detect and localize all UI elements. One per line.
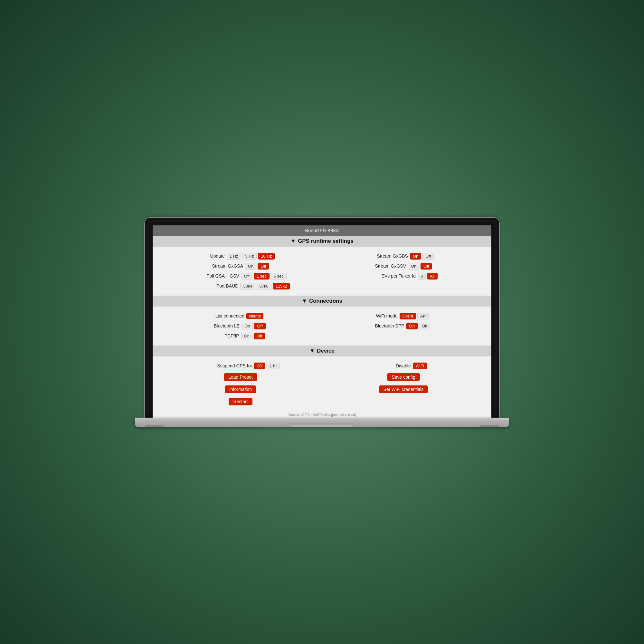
bluetooth-spp-label: Bluetooth SPP — [375, 323, 404, 328]
connections-section-content: List connected clients WiFi mode Client … — [153, 307, 491, 346]
tcp-group: TCP/IP On Off — [225, 333, 265, 339]
device-left-col-2: Information — [159, 385, 322, 394]
port-baud-label: Port BAUD — [216, 283, 238, 289]
stream-gxgsv-off-btn[interactable]: Off — [421, 263, 432, 270]
update-5hz-btn[interactable]: 5 Hz — [242, 253, 257, 260]
stream-gxgsv-label: Stream GxGSV — [375, 263, 406, 269]
gps-row-1: Update 1 Hz 5 Hz 10 Hz Stream GxGBS On O… — [159, 251, 485, 261]
connections-row-2: Bluetooth LE On Off Bluetooth SPP On Off — [159, 321, 485, 331]
device-section-header: ▼ Device — [153, 346, 491, 356]
update-group: Update 1 Hz 5 Hz 10 Hz — [210, 253, 275, 260]
svs-label: SVs per Talker Id — [382, 273, 416, 279]
version-bar: Version: v0.7.6-af9e509f-dirty [producti… — [153, 412, 491, 418]
poll-off-btn[interactable]: Off — [241, 273, 252, 279]
device-left-col-3: Restart — [159, 397, 322, 406]
disable-wifi-btn[interactable]: WiFi — [413, 363, 427, 369]
wifi-mode-client-btn[interactable]: Client — [400, 313, 416, 319]
suspend-1hr-btn[interactable]: 1 hr — [267, 363, 279, 369]
port-baud-38k4-btn[interactable]: 38k4 — [240, 283, 255, 289]
update-10hz-btn[interactable]: 10 Hz — [258, 253, 275, 260]
stream-gxgbs-off-btn[interactable]: Off — [422, 253, 434, 260]
connections-row-3: TCP/IP On Off placeholder — [159, 331, 485, 341]
laptop-base — [135, 418, 509, 427]
information-btn[interactable]: Information — [225, 385, 256, 393]
poll-1sec-btn[interactable]: 1 sec — [254, 273, 270, 279]
bluetooth-le-label: Bluetooth LE — [214, 323, 240, 328]
clients-btn[interactable]: clients — [246, 313, 263, 319]
tcp-label: TCP/IP — [225, 333, 239, 338]
disable-wifi-label: Disable — [396, 363, 411, 368]
svs-8-btn[interactable]: 8 — [418, 273, 426, 279]
device-row-4: Restart — [159, 395, 485, 408]
laptop-feet — [135, 425, 509, 427]
gps-row-2: Stream GxGSA On Off Stream GxGSV On Off — [159, 261, 485, 271]
set-wifi-credentials-btn[interactable]: Set WiFi credentials — [379, 385, 428, 393]
tcp-off-btn[interactable]: Off — [254, 333, 265, 339]
bluetooth-le-group: Bluetooth LE On Off — [214, 323, 266, 329]
port-baud-115k2-btn[interactable]: 115k2 — [273, 283, 290, 289]
stream-gxgsv-on-btn[interactable]: On — [408, 263, 419, 270]
screen-content: BonoGPS-B88A ▼ GPS runtime settings Upda… — [153, 225, 491, 418]
suspend-30-btn[interactable]: 30' — [254, 363, 265, 369]
stream-gxgbs-on-btn[interactable]: On — [410, 253, 421, 260]
wifi-mode-label: WiFi mode — [376, 313, 398, 318]
bluetooth-le-off-btn[interactable]: Off — [254, 323, 265, 329]
gps-triangle: ▼ — [290, 238, 296, 244]
poll-group: Poll GSA + GSV Off 1 sec 5 sec — [206, 273, 287, 279]
gps-header-label: GPS runtime settings — [298, 238, 354, 244]
list-connected-label: List connected — [215, 313, 244, 318]
device-section-content: Suspend GPS for 30' 1 hr Disable WiFi Lo… — [153, 356, 491, 412]
laptop-screen-outer: BonoGPS-B88A ▼ GPS runtime settings Upda… — [145, 218, 499, 418]
connections-row-1: List connected clients WiFi mode Client … — [159, 311, 485, 321]
bluetooth-le-on-btn[interactable]: On — [241, 323, 253, 329]
restart-btn[interactable]: Restart — [229, 398, 252, 405]
device-triangle: ▼ — [309, 348, 315, 354]
gps-section-header: ▼ GPS runtime settings — [153, 236, 491, 247]
update-label: Update — [210, 253, 225, 259]
stream-gxgsv-group: Stream GxGSV On Off — [375, 263, 432, 270]
stream-gxgsa-off-btn[interactable]: Off — [258, 263, 269, 270]
app-title: BonoGPS-B88A — [305, 228, 339, 233]
stream-gxgsa-label: Stream GxGSA — [212, 263, 243, 269]
bluetooth-spp-off-btn[interactable]: Off — [419, 323, 430, 329]
save-config-btn[interactable]: Save config — [387, 373, 420, 381]
port-baud-57k6-btn[interactable]: 57k6 — [257, 283, 271, 289]
bluetooth-spp-group: Bluetooth SPP On Off — [375, 323, 431, 329]
load-preset-btn[interactable]: Load Preset — [224, 373, 257, 381]
device-row-3: Information Set WiFi credentials — [159, 383, 485, 395]
port-baud-group: Port BAUD 38k4 57k6 115k2 — [216, 283, 290, 289]
suspend-label: Suspend GPS for — [217, 363, 252, 368]
stream-gxgsa-group: Stream GxGSA On Off — [212, 263, 269, 270]
svs-group: SVs per Talker Id 8 All — [382, 273, 438, 279]
gps-row-4: Port BAUD 38k4 57k6 115k2 placeholder — [159, 281, 485, 291]
device-row-1: Suspend GPS for 30' 1 hr Disable WiFi — [159, 361, 485, 371]
laptop-foot-right — [480, 425, 499, 427]
screen-bezel: BonoGPS-B88A ▼ GPS runtime settings Upda… — [149, 222, 495, 418]
poll-5sec-btn[interactable]: 5 sec — [271, 273, 287, 279]
suspend-group: Suspend GPS for 30' 1 hr — [217, 363, 279, 369]
title-bar: BonoGPS-B88A — [153, 225, 491, 236]
stream-gxgbs-group: Stream GxGBS On Off — [377, 253, 434, 260]
stream-gxgbs-label: Stream GxGBS — [377, 253, 408, 259]
svs-all-btn[interactable]: All — [427, 273, 437, 279]
poll-label: Poll GSA + GSV — [206, 273, 239, 279]
gps-row-3: Poll GSA + GSV Off 1 sec 5 sec SVs per T… — [159, 271, 485, 281]
device-row-2: Load Preset Save config — [159, 371, 485, 383]
bluetooth-spp-on-btn[interactable]: On — [406, 323, 418, 329]
device-right-col-2: Set WiFi credentials — [322, 385, 485, 394]
update-1hz-btn[interactable]: 1 Hz — [227, 253, 241, 260]
laptop-wrapper: BonoGPS-B88A ▼ GPS runtime settings Upda… — [129, 218, 515, 427]
tcp-on-btn[interactable]: On — [241, 333, 252, 339]
gps-section-content: Update 1 Hz 5 Hz 10 Hz Stream GxGBS On O… — [153, 247, 491, 296]
connections-section-header: ▼ Connections — [153, 296, 491, 307]
disable-wifi-group: Disable WiFi — [396, 363, 427, 369]
device-header-label: Device — [317, 348, 335, 354]
wifi-mode-ap-btn[interactable]: AP — [417, 313, 429, 319]
laptop-foot-left — [145, 425, 164, 427]
stream-gxgsa-on-btn[interactable]: On — [245, 263, 256, 270]
list-connected-group: List connected clients — [215, 313, 263, 319]
connections-triangle: ▼ — [302, 298, 307, 304]
version-text: Version: v0.7.6-af9e509f-dirty [producti… — [288, 413, 356, 417]
device-right-col: Save config — [322, 373, 485, 382]
connections-header-label: Connections — [309, 298, 342, 304]
